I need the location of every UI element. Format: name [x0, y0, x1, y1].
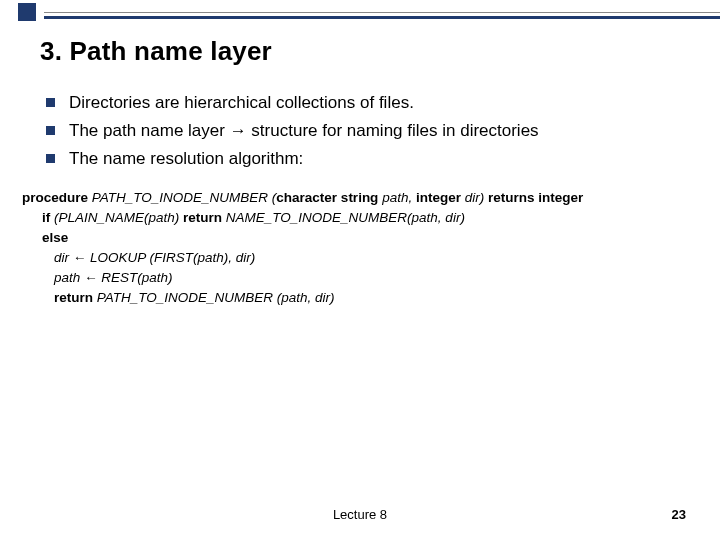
code-text: path, [378, 190, 416, 205]
code-text: PATH_TO_INODE_NUMBER ( [88, 190, 276, 205]
bullet-square-icon [46, 126, 55, 135]
code-line: if (PLAIN_NAME(path) return NAME_TO_INOD… [22, 208, 690, 228]
bullet-item: The name resolution algorithm: [46, 148, 680, 170]
page-number: 23 [672, 507, 686, 522]
bullet-list: Directories are hierarchical collections… [46, 92, 680, 176]
bullet-square-icon [46, 154, 55, 163]
bullet-text: The name resolution algorithm: [69, 148, 303, 170]
code-line: dir ← LOOKUP (FIRST(path), dir) [22, 248, 690, 268]
code-text: dir) [461, 190, 488, 205]
kw-return: return [183, 210, 222, 225]
bullet-square-icon [46, 98, 55, 107]
header-thin-rule [44, 12, 720, 13]
code-line: return PATH_TO_INODE_NUMBER (path, dir) [22, 288, 690, 308]
code-line: path ← REST(path) [22, 268, 690, 288]
kw-type: integer [416, 190, 461, 205]
slide-title: 3. Path name layer [40, 36, 272, 67]
code-line: procedure PATH_TO_INODE_NUMBER (characte… [22, 188, 690, 208]
footer-lecture-label: Lecture 8 [0, 507, 720, 522]
kw-if: if [42, 210, 50, 225]
pseudocode-block: procedure PATH_TO_INODE_NUMBER (characte… [22, 188, 690, 308]
slide: 3. Path name layer Directories are hiera… [0, 0, 720, 540]
header-thick-rule [44, 16, 720, 19]
kw-else: else [42, 230, 68, 245]
code-text: (PLAIN_NAME(path) [50, 210, 183, 225]
code-text: NAME_TO_INODE_NUMBER(path, dir) [222, 210, 465, 225]
bullet-item: Directories are hierarchical collections… [46, 92, 680, 114]
header-square-icon [18, 3, 36, 21]
kw-return: return [54, 290, 93, 305]
code-text: dir ← LOOKUP (FIRST(path), dir) [54, 250, 255, 265]
kw-type: character string [276, 190, 378, 205]
code-text: path ← REST(path) [54, 270, 173, 285]
kw-procedure: procedure [22, 190, 88, 205]
bullet-text: The path name layer → structure for nami… [69, 120, 539, 142]
bullet-text: Directories are hierarchical collections… [69, 92, 414, 114]
kw-returns: returns integer [488, 190, 583, 205]
code-line: else [22, 228, 690, 248]
header-decoration [0, 0, 720, 26]
code-text: PATH_TO_INODE_NUMBER (path, dir) [93, 290, 335, 305]
bullet-item: The path name layer → structure for nami… [46, 120, 680, 142]
